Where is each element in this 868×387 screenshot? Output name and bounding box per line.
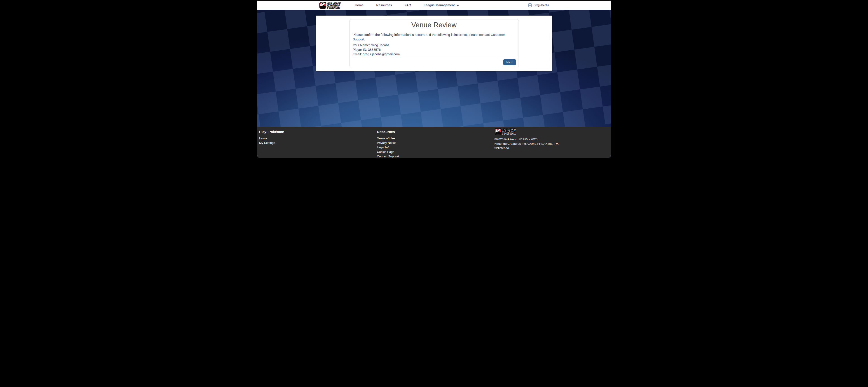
field-email: Email: greg.r.jacobs@gmail.com	[353, 52, 515, 57]
footer-link-privacy-notice[interactable]: Privacy Notice	[377, 141, 493, 144]
svg-text:™: ™	[515, 134, 516, 135]
user-name: Greg Jacobs	[533, 4, 549, 7]
top-nav-container: PLAY! PLAY! POKÉMON. POKÉMON. ™ Home Res…	[316, 1, 552, 10]
footer-play-pokemon-logo: PLAY! PLAY! POKÉMON. POKÉMON. ™	[495, 128, 522, 135]
top-nav: PLAY! PLAY! POKÉMON. POKÉMON. ™ Home Res…	[257, 1, 611, 10]
footer-column-play-pokemon: Play! Pokémon Home My Settings	[257, 130, 375, 158]
site-footer: Play! Pokémon Home My Settings Resources…	[257, 127, 611, 158]
page-title: Venue Review	[353, 21, 515, 29]
nav-home[interactable]: Home	[355, 3, 364, 7]
venue-review-card: Venue Review Please confirm the followin…	[349, 19, 519, 67]
your-name-value: Greg Jacobs	[371, 43, 389, 47]
user-menu[interactable]: Greg Jacobs	[528, 3, 549, 7]
footer-link-contact-support[interactable]: Contact Support	[377, 155, 493, 158]
player-id-value: 3833576	[368, 48, 381, 52]
main-content: Venue Review Please confirm the followin…	[257, 10, 611, 127]
nav-faq[interactable]: FAQ	[405, 3, 411, 7]
footer-link-legal-info[interactable]: Legal Info	[377, 146, 493, 149]
svg-text:PLAY!: PLAY!	[327, 2, 340, 6]
play-pokemon-logo-icon: PLAY! PLAY! POKÉMON. POKÉMON. ™	[319, 2, 347, 9]
footer-link-home[interactable]: Home	[259, 137, 375, 140]
venue-review-card-body: Venue Review Please confirm the followin…	[349, 20, 519, 57]
svg-text:POKÉMON.: POKÉMON.	[502, 132, 515, 135]
email-value: greg.r.jacobs@gmail.com	[363, 53, 400, 56]
footer-link-cookie-page[interactable]: Cookie Page	[377, 150, 493, 154]
footer-column-brand: PLAY! PLAY! POKÉMON. POKÉMON. ™ ©2026 Po…	[493, 130, 611, 158]
footer-heading-play-pokemon: Play! Pokémon	[259, 130, 375, 134]
footer-link-terms-of-use[interactable]: Terms of Use	[377, 137, 493, 140]
copyright-text: ©2026 Pokémon. ©1995 - 2026 Nintendo/Cre…	[495, 137, 611, 150]
confirm-instructions: Please confirm the following information…	[353, 33, 515, 41]
venue-review-card-footer: Next	[349, 57, 519, 67]
footer-link-my-settings[interactable]: My Settings	[259, 141, 375, 144]
play-pokemon-logo[interactable]: PLAY! PLAY! POKÉMON. POKÉMON. ™	[319, 2, 347, 9]
field-player-id: Player ID: 3833576	[353, 47, 515, 52]
browser-window: PLAY! PLAY! POKÉMON. POKÉMON. ™ Home Res…	[257, 0, 611, 158]
nav-league-management[interactable]: League Management	[424, 3, 459, 7]
footer-heading-resources: Resources	[377, 130, 493, 134]
field-your-name: Your Name: Greg Jacobs	[353, 43, 515, 47]
next-button[interactable]: Next	[503, 59, 516, 65]
main-nav: Home Resources FAQ League Management	[355, 3, 459, 7]
svg-text:POKÉMON.: POKÉMON.	[327, 6, 340, 8]
svg-text:™: ™	[340, 8, 340, 9]
avatar-icon	[528, 3, 532, 7]
footer-column-resources: Resources Terms of Use Privacy Notice Le…	[375, 130, 493, 158]
chevron-down-icon	[456, 3, 459, 6]
content-panel: Venue Review Please confirm the followin…	[316, 15, 552, 71]
svg-text:PLAY!: PLAY!	[502, 128, 516, 133]
nav-resources[interactable]: Resources	[376, 3, 392, 7]
